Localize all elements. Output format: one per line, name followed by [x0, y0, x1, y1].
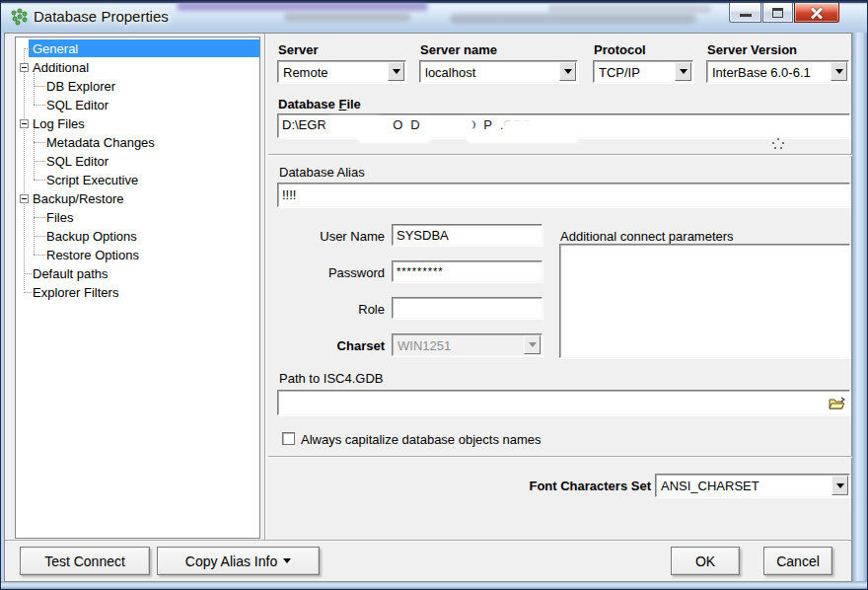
chevron-down-icon[interactable]	[559, 62, 576, 81]
window-frame-bottom	[1, 581, 867, 589]
redaction-patch	[426, 117, 473, 134]
window-controls	[728, 3, 839, 23]
user-name-field[interactable]	[392, 224, 542, 246]
password-field[interactable]	[392, 260, 542, 282]
cancel-label: Cancel	[776, 553, 820, 569]
tree-item-label: Backup/Restore	[33, 191, 124, 206]
section-separator	[268, 456, 852, 457]
font-charset-select[interactable]: ANSI_CHARSET	[655, 474, 850, 497]
protocol-label: Protocol	[594, 42, 646, 57]
chevron-down-icon[interactable]	[388, 62, 404, 81]
close-icon	[809, 6, 825, 20]
close-button[interactable]	[794, 3, 839, 23]
tree-item-additional[interactable]: Additional	[16, 58, 259, 77]
charset-label: Charset	[298, 338, 385, 353]
server-name-select[interactable]: localhost	[419, 60, 578, 83]
server-name-label: Server name	[420, 42, 497, 57]
database-file-label: Database File	[278, 97, 361, 111]
tree-item-explorer-filters[interactable]: Explorer Filters	[16, 283, 259, 302]
tree-item-log-files[interactable]: Log Files	[16, 114, 259, 133]
tree-item-default-paths[interactable]: Default paths	[16, 264, 259, 283]
tree-item-metadata-changes[interactable]: Metadata Changes	[16, 133, 259, 152]
database-file-value: D:\EGRZ\1 C OD 1 OP.GDB	[282, 117, 532, 132]
tree-item-sql-editor[interactable]: SQL Editor	[16, 96, 259, 114]
minimize-icon	[740, 14, 752, 17]
test-connect-button[interactable]: Test Connect	[20, 547, 150, 575]
server-version-value: InterBase 6.0-6.1	[712, 64, 811, 79]
dialog-client-area: GeneralAdditionalDB ExplorerSQL EditorLo…	[4, 33, 852, 582]
tree-item-label: Log Files	[33, 116, 85, 131]
tree-guide-stub	[34, 142, 45, 143]
browse-folder-button[interactable]	[827, 394, 846, 412]
tree-guide-stub	[34, 180, 45, 181]
capitalize-checkbox[interactable]	[282, 432, 295, 445]
collapse-icon[interactable]	[20, 194, 29, 203]
protocol-select[interactable]: TCP/IP	[593, 60, 693, 83]
tree-item-db-explorer[interactable]: DB Explorer	[16, 77, 259, 96]
chevron-down-icon[interactable]	[831, 62, 847, 81]
server-label: Server	[278, 42, 318, 57]
maximize-button[interactable]	[762, 3, 793, 23]
collapse-icon[interactable]	[20, 63, 29, 72]
app-icon-green-nodes	[10, 8, 28, 26]
server-select-value: Remote	[283, 64, 328, 79]
tree-item-label: SQL Editor	[46, 98, 108, 112]
redaction-patch	[466, 132, 579, 143]
tree-item-label: Default paths	[33, 266, 108, 281]
dropdown-caret-icon	[283, 558, 291, 563]
copy-alias-info-label: Copy Alias Info	[185, 553, 277, 569]
database-properties-window: Database Properties GeneralAdditionalDB …	[0, 0, 868, 590]
charset-select: WIN1251	[392, 333, 542, 356]
buttonbar-separator	[5, 540, 851, 541]
window-title: Database Properties	[34, 8, 169, 25]
settings-tree: GeneralAdditionalDB ExplorerSQL EditorLo…	[15, 37, 260, 539]
tree-item-sql-editor[interactable]: SQL Editor	[16, 152, 259, 171]
tree-guide-stub	[24, 292, 32, 293]
ok-button[interactable]: OK	[671, 547, 740, 575]
database-alias-field[interactable]	[277, 183, 850, 207]
additional-params-textarea[interactable]	[559, 244, 850, 358]
tree-item-restore-options[interactable]: Restore Options	[16, 246, 259, 264]
tree-guide-stub	[34, 86, 45, 87]
server-select[interactable]: Remote	[277, 60, 406, 83]
tree-item-backup-restore[interactable]: Backup/Restore	[16, 189, 259, 208]
copy-alias-info-button[interactable]: Copy Alias Info	[157, 547, 320, 575]
role-label: Role	[298, 302, 385, 317]
tree-item-label: Metadata Changes	[46, 135, 155, 150]
tree-item-files[interactable]: Files	[16, 208, 259, 227]
path-isc4-field[interactable]	[277, 390, 850, 415]
sparkle-icon	[772, 138, 785, 151]
cancel-button[interactable]: Cancel	[763, 547, 832, 575]
tree-guide-stub	[24, 48, 32, 49]
tree-guide-stub	[34, 255, 45, 256]
chevron-down-icon[interactable]	[675, 62, 691, 81]
tree-item-backup-options[interactable]: Backup Options	[16, 227, 259, 246]
tree-guide-stub	[34, 236, 45, 237]
collapse-icon[interactable]	[20, 119, 29, 128]
tree-item-script-executive[interactable]: Script Executive	[16, 171, 259, 189]
charset-value: WIN1251	[398, 337, 451, 352]
tree-item-label: Restore Options	[46, 248, 139, 262]
tree-item-general[interactable]: General	[16, 39, 259, 58]
panel-separator	[264, 34, 265, 540]
chevron-down-icon[interactable]	[832, 476, 848, 495]
chevron-down-icon	[524, 335, 541, 354]
path-isc4-label: Path to ISC4.GDB	[279, 371, 384, 386]
tree-item-label: Backup Options	[46, 229, 137, 244]
tree-guide-stub	[34, 217, 45, 218]
role-field[interactable]	[392, 297, 542, 319]
server-version-select[interactable]: InterBase 6.0-6.1	[706, 60, 849, 83]
capitalize-checkbox-label: Always capitalize database objects names	[301, 432, 542, 447]
tree-guide-stub	[34, 105, 45, 106]
tree-item-label: SQL Editor	[46, 154, 108, 169]
section-separator	[268, 154, 852, 155]
server-version-label: Server Version	[707, 42, 797, 57]
database-file-field[interactable]: D:\EGRZ\1 C OD 1 OP.GDB	[277, 113, 850, 138]
redaction-smudge	[548, 5, 711, 13]
database-alias-label: Database Alias	[279, 165, 365, 180]
redaction-smudge	[177, 2, 428, 11]
minimize-button[interactable]	[729, 3, 761, 23]
tree-item-label: Files	[46, 210, 73, 225]
tree-item-label: General	[33, 41, 78, 56]
titlebar[interactable]: Database Properties	[1, 1, 867, 33]
